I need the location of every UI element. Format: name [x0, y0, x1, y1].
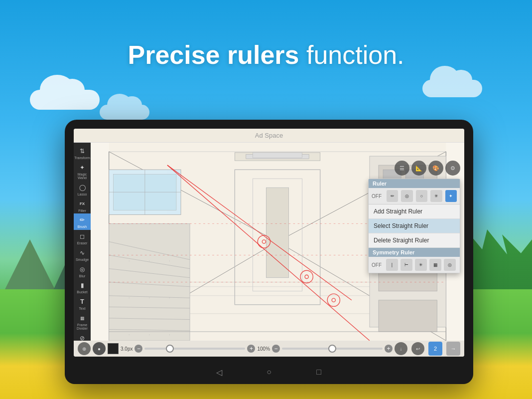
symmetry-ruler-title: Symmetry Ruler — [369, 248, 460, 257]
symmetry-icons-row: OFF | ⊢ ✳ ▦ ◎ — [369, 257, 460, 273]
tool-lasso-label: Lasso — [78, 193, 87, 197]
headline: Precise rulers function. — [0, 40, 532, 70]
layer-btn[interactable]: 2 — [428, 342, 442, 356]
ruler-icon-circle[interactable]: ◎ — [401, 190, 412, 202]
bucket-icon: ▮ — [78, 281, 87, 290]
size-value: 3.0px — [121, 346, 133, 352]
android-back-btn[interactable]: ◁ — [214, 367, 224, 377]
bottom-right-buttons: ↓ ↩ 2 → — [395, 342, 460, 356]
ruler-dropdown: Ruler OFF ✏ ◎ ○ ✳ ✦ Add Straight Ruler S… — [368, 179, 460, 273]
filter-icon: FX — [78, 200, 87, 208]
tool-filter[interactable]: FX Filter — [74, 198, 91, 214]
zoom-decrease-btn[interactable]: − — [272, 345, 280, 353]
tool-bucket[interactable]: ▮ Bucket — [74, 279, 91, 295]
ad-space-bar: Ad Space — [74, 129, 464, 143]
headline-normal: function. — [299, 40, 404, 69]
tool-brush-label: Brush — [78, 225, 87, 229]
toolbar-btn-2[interactable]: 📐 — [411, 161, 426, 176]
cloud-3 — [422, 80, 482, 97]
svg-point-46 — [258, 235, 270, 248]
tool-smudge[interactable]: ∿ Smudge — [74, 246, 91, 263]
sym-icon-5[interactable]: ◎ — [444, 259, 456, 271]
ad-space-label: Ad Space — [255, 132, 283, 139]
text-icon: T — [78, 297, 87, 306]
size-slider-track[interactable] — [144, 348, 245, 350]
canvas-area: ☰ 📐 🎨 ⚙ Ruler OFF ✏ ◎ ○ ✳ ✦ Add Straight… — [91, 143, 464, 341]
tool-brush[interactable]: ✏ Brush — [74, 213, 91, 230]
android-recent-btn[interactable]: □ — [314, 367, 324, 377]
magic-wand-icon: ✦ — [78, 163, 87, 172]
sym-icon-2[interactable]: ⊢ — [400, 259, 412, 271]
bottom-nav-btn[interactable]: ⊕ — [78, 342, 91, 355]
blur-icon: ◎ — [78, 265, 87, 274]
tool-bucket-label: Bucket — [77, 290, 87, 294]
tool-lasso[interactable]: ◯ Lasso — [74, 181, 91, 198]
tool-eraser-label: Eraser — [77, 241, 88, 245]
ruler-delete-straight[interactable]: Delete Straight Ruler — [369, 233, 460, 248]
size-increase-btn[interactable]: + — [247, 345, 255, 353]
tool-blur-label: Blur — [79, 274, 85, 278]
bottom-brush-btn[interactable]: ● — [93, 342, 106, 355]
ruler-add-straight[interactable]: Add Straight Ruler — [369, 204, 460, 219]
tool-transform-label: Transform — [74, 156, 90, 160]
tool-magic-wand-label: Magic Wand — [75, 173, 90, 180]
bottom-toolbar: ⊕ ● 3.0px − + 100% − + ↓ — [74, 341, 464, 357]
android-nav-bar: ◁ ○ □ — [65, 360, 473, 384]
symmetry-off-label: OFF — [372, 262, 382, 268]
back-arrow-btn[interactable]: ↩ — [411, 342, 424, 355]
color-swatch[interactable] — [108, 343, 119, 354]
ruler-icon-radial[interactable]: ✳ — [430, 190, 442, 202]
zoom-slider-track[interactable] — [282, 348, 383, 350]
tool-magic-wand[interactable]: ✦ Magic Wand — [74, 161, 91, 181]
android-home-btn[interactable]: ○ — [264, 367, 274, 377]
tool-text[interactable]: T Text — [74, 295, 91, 312]
tool-eraser[interactable]: ◻ Eraser — [74, 230, 91, 246]
down-arrow-btn[interactable]: ↓ — [395, 342, 407, 355]
tool-frame-divider[interactable]: ▦ Frame Divider — [74, 312, 91, 332]
ruler-section-title: Ruler — [369, 179, 460, 188]
zoom-slider-thumb[interactable] — [328, 345, 336, 353]
sym-icon-3[interactable]: ✳ — [415, 259, 427, 271]
toolbar-btn-1[interactable]: ☰ — [395, 161, 409, 176]
headline-bold: Precise rulers — [128, 40, 299, 69]
cloud-2 — [100, 105, 149, 120]
top-right-toolbar: ☰ 📐 🎨 ⚙ — [395, 161, 460, 176]
sym-icon-1[interactable]: | — [386, 259, 398, 271]
svg-point-50 — [327, 294, 340, 306]
tablet: Ad Space ⇅ Transform ✦ Magic Wand ◯ Lass… — [65, 120, 473, 384]
tool-smudge-label: Smudge — [76, 258, 89, 262]
tablet-screen: Ad Space ⇅ Transform ✦ Magic Wand ◯ Lass… — [74, 129, 464, 357]
size-decrease-btn[interactable]: − — [134, 345, 142, 353]
tool-blur[interactable]: ◎ Blur — [74, 263, 91, 279]
ruler-select-straight[interactable]: Select Straight Ruler — [369, 219, 460, 233]
svg-point-47 — [262, 240, 266, 243]
svg-point-51 — [332, 298, 335, 302]
lasso-icon: ◯ — [78, 183, 87, 192]
size-slider-thumb[interactable] — [166, 345, 174, 353]
zoom-value: 100% — [257, 346, 270, 352]
tool-transform[interactable]: ⇅ Transform — [74, 145, 91, 161]
brush-icon: ✏ — [78, 215, 87, 224]
frame-divider-icon: ▦ — [78, 314, 87, 323]
ruler-icon-grid[interactable]: ✦ — [445, 190, 457, 202]
zoom-increase-btn[interactable]: + — [385, 345, 393, 353]
svg-line-45 — [167, 165, 370, 341]
size-slider-row: 3.0px − + 100% − + — [121, 345, 393, 353]
sym-icon-4[interactable]: ▦ — [429, 259, 441, 271]
forward-btn[interactable]: → — [446, 342, 460, 356]
svg-line-44 — [167, 165, 352, 300]
smudge-icon: ∿ — [78, 248, 87, 257]
ruler-icon-ellipse[interactable]: ○ — [416, 190, 427, 202]
cloud-1 — [30, 90, 100, 110]
ruler-icon-pen[interactable]: ✏ — [387, 190, 398, 202]
toolbar-btn-3[interactable]: 🎨 — [428, 161, 443, 176]
eraser-icon: ◻ — [78, 232, 87, 241]
svg-point-49 — [305, 275, 308, 278]
tool-text-label: Text — [79, 307, 86, 311]
tool-frame-divider-label: Frame Divider — [75, 323, 90, 331]
left-toolbar: ⇅ Transform ✦ Magic Wand ◯ Lasso FX Filt… — [74, 143, 91, 341]
toolbar-btn-4[interactable]: ⚙ — [445, 161, 460, 176]
svg-point-48 — [300, 270, 313, 283]
tool-filter-label: Filter — [78, 209, 86, 213]
ruler-icons-row: OFF ✏ ◎ ○ ✳ ✦ — [369, 188, 460, 204]
